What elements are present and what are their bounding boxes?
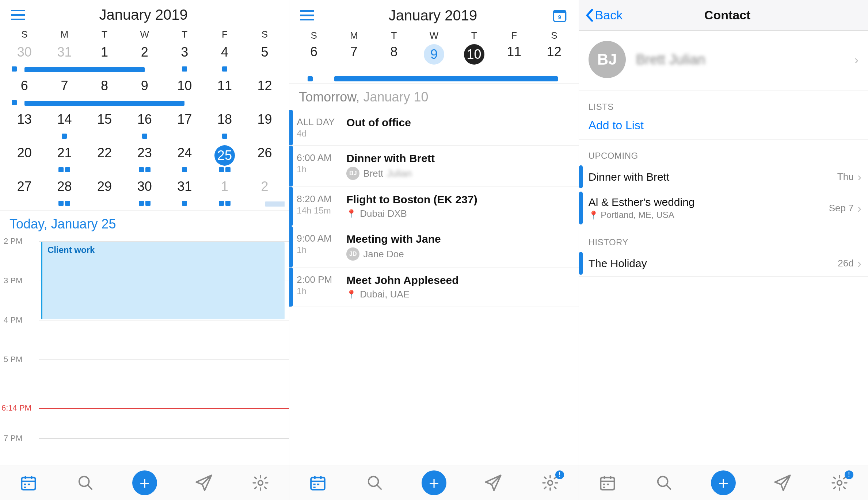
settings-icon[interactable] [250, 473, 271, 493]
calendar-day[interactable]: 23 [125, 143, 165, 177]
calendar-day[interactable]: 25 [205, 143, 245, 177]
calendar-day[interactable]: 27 [4, 177, 45, 210]
calendar-day[interactable]: 30 [125, 177, 165, 210]
calendar-day[interactable]: 17 [164, 109, 205, 143]
calendar-day[interactable]: 15 [84, 109, 125, 143]
calendar-day[interactable]: 9 [125, 76, 165, 109]
contact-event-row[interactable]: Dinner with BrettThu› [579, 164, 868, 190]
event-row[interactable]: ALL DAY4dOut of office [289, 110, 578, 146]
week-day[interactable]: 7 [334, 43, 374, 78]
calendar-icon[interactable] [597, 473, 618, 493]
hour-label: 3 PM [4, 276, 22, 285]
calendar-icon[interactable] [18, 473, 39, 493]
calendar-day[interactable]: 5 [245, 42, 285, 76]
send-icon[interactable] [483, 473, 503, 493]
calendar-day[interactable]: 3 [164, 42, 205, 76]
month-title[interactable]: January 2019 [26, 7, 261, 23]
add-to-list-button[interactable]: Add to List [579, 115, 868, 140]
event-row[interactable]: 8:20 AM14h 15mFlight to Boston (EK 237)📍… [289, 187, 578, 226]
calendar-day[interactable]: 4 [205, 42, 245, 76]
calendar-day[interactable]: 1 [84, 42, 125, 76]
calendar-day[interactable]: 31 [164, 177, 205, 210]
person-avatar: JD [346, 247, 359, 261]
hour-label: 2 PM [4, 236, 22, 246]
chevron-right-icon: › [857, 201, 861, 215]
back-button[interactable]: Back [586, 8, 623, 22]
send-icon[interactable] [194, 473, 214, 493]
panel-month-view: January 2019 SMTWTFS 3031123456789101112… [0, 0, 289, 500]
week-day[interactable]: 10 [454, 43, 494, 78]
lists-section-label: LISTS [579, 91, 868, 115]
calendar-day[interactable]: 16 [125, 109, 165, 143]
calendar-day[interactable]: 11 [205, 76, 245, 109]
add-button[interactable]: ＋ [711, 470, 736, 495]
svg-text:9: 9 [558, 14, 561, 20]
week-day[interactable]: 9 [414, 43, 454, 78]
settings-icon[interactable]: ! [540, 473, 560, 493]
calendar-icon[interactable] [308, 473, 328, 493]
calendar-day[interactable]: 2 [245, 177, 285, 210]
calendar-day[interactable]: 10 [164, 76, 205, 109]
week-day[interactable]: 6 [294, 43, 334, 78]
svg-point-2 [258, 480, 263, 485]
calendar-day[interactable]: 18 [205, 109, 245, 143]
selected-day-header: Tomorrow, January 10 [289, 83, 578, 110]
calendar-day[interactable]: 29 [84, 177, 125, 210]
calendar-day[interactable]: 14 [45, 109, 85, 143]
month-title[interactable]: January 2019 [315, 7, 551, 24]
calendar-day[interactable]: 12 [245, 76, 285, 109]
calendar-day[interactable]: 19 [245, 109, 285, 143]
contact-event-row[interactable]: The Holiday26d› [579, 250, 868, 277]
calendar-day[interactable]: 24 [164, 143, 205, 177]
calendar-day[interactable]: 26 [245, 143, 285, 177]
calendar-day[interactable]: 8 [84, 76, 125, 109]
weekday-label: T [454, 30, 494, 41]
calendar-day[interactable]: 20 [4, 143, 45, 177]
today-button[interactable]: 9 [551, 7, 568, 24]
calendar-day[interactable]: 1 [205, 177, 245, 210]
search-icon[interactable] [365, 473, 385, 493]
week-day[interactable]: 12 [534, 43, 574, 78]
now-label: 6:14 PM [1, 403, 31, 413]
calendar-day[interactable]: 22 [84, 143, 125, 177]
event-row[interactable]: 6:00 AM1hDinner with BrettBJBrettJulian [289, 146, 578, 187]
contact-title: Contact [623, 8, 861, 22]
svg-rect-9 [601, 477, 614, 489]
calendar-day[interactable]: 21 [45, 143, 85, 177]
contact-avatar: BJ [589, 41, 626, 78]
weekday-label: S [294, 30, 334, 41]
event-row[interactable]: 2:00 PM1hMeet John Appleseed📍 Dubai, UAE [289, 268, 578, 307]
weekday-label: F [205, 29, 245, 40]
event-row[interactable]: 9:00 AM1hMeeting with JaneJDJane Doe [289, 226, 578, 268]
contact-event-row[interactable]: Al & Esther's wedding📍 Portland, ME, USA… [579, 190, 868, 226]
search-icon[interactable] [654, 473, 674, 493]
add-button[interactable]: ＋ [422, 470, 446, 495]
calendar-day[interactable]: 2 [125, 42, 165, 76]
now-line [39, 408, 289, 409]
settings-badge: ! [845, 470, 853, 479]
chevron-right-icon: › [857, 256, 861, 270]
hour-label: 4 PM [4, 315, 22, 325]
chevron-right-icon: › [854, 53, 859, 67]
week-day[interactable]: 8 [374, 43, 414, 78]
contact-hero[interactable]: BJ Brett Julian › [579, 31, 868, 91]
calendar-day[interactable]: 6 [4, 76, 45, 109]
send-icon[interactable] [772, 473, 793, 493]
search-icon[interactable] [75, 473, 96, 493]
week-day[interactable]: 11 [494, 43, 534, 78]
calendar-day[interactable]: 30 [4, 42, 45, 76]
calendar-day[interactable]: 7 [45, 76, 85, 109]
add-button[interactable]: ＋ [132, 470, 157, 495]
calendar-day[interactable]: 31 [45, 42, 85, 76]
menu-icon[interactable] [10, 7, 26, 23]
settings-icon[interactable]: ! [829, 473, 850, 493]
weekday-label: S [245, 29, 285, 40]
menu-icon[interactable] [300, 8, 315, 23]
timeline-event[interactable]: Client work [41, 242, 285, 319]
upcoming-section-label: UPCOMING [579, 140, 868, 164]
weekday-label: S [534, 30, 574, 41]
calendar-day[interactable]: 28 [45, 177, 85, 210]
person-avatar: BJ [346, 167, 359, 180]
weekday-label: T [164, 29, 205, 40]
calendar-day[interactable]: 13 [4, 109, 45, 143]
